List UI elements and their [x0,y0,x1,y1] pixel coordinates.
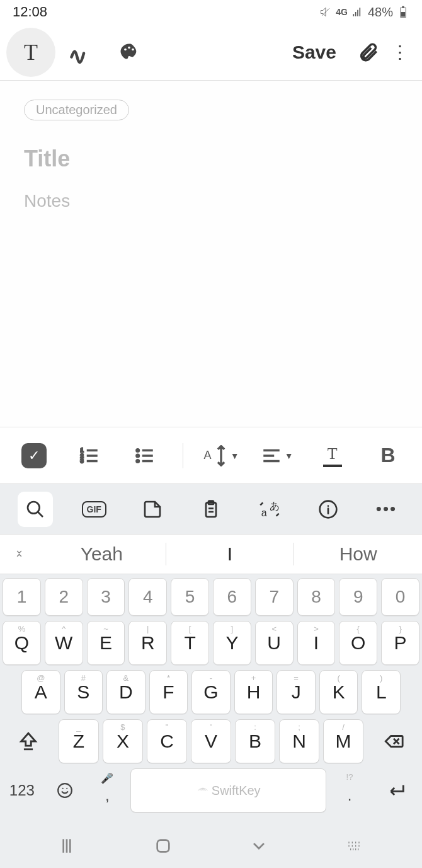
svg-rect-2 [402,6,404,8]
key-M[interactable]: /M [323,719,363,763]
key-P[interactable]: }P [381,621,419,665]
svg-point-4 [128,46,130,49]
key-A[interactable]: @A [21,670,60,714]
key-Y[interactable]: ]Y [213,621,251,665]
draw-mode-button[interactable] [55,28,105,77]
key-J[interactable]: =J [277,670,316,714]
keyboard-toolbar: GIF aあ ••• [0,483,422,534]
suggestion-2[interactable]: I [166,543,294,565]
category-chip[interactable]: Uncategorized [24,100,129,120]
key-9[interactable]: 9 [339,578,377,616]
palette-button[interactable] [105,28,154,77]
note-content: Uncategorized [0,81,422,427]
save-button[interactable]: Save [292,42,336,63]
svg-point-5 [132,48,134,50]
android-nav-bar [0,826,422,868]
top-toolbar: T Save ⋮ [0,24,422,81]
key-5[interactable]: 5 [171,578,209,616]
key-D[interactable]: &D [106,670,145,714]
align-button[interactable]: ▼ [259,438,295,473]
key-L[interactable]: )L [362,670,401,714]
key-Q[interactable]: %Q [3,621,41,665]
key-4[interactable]: 4 [128,578,167,616]
numbered-list-button[interactable]: 123 [72,438,107,473]
collapse-suggestions-button[interactable]: ⌄⌃ [0,543,38,565]
key-3[interactable]: 3 [87,578,125,616]
key-H[interactable]: +H [234,670,273,714]
key-E[interactable]: ~E [87,621,125,665]
notes-input[interactable] [24,191,398,211]
enter-key[interactable] [373,768,419,813]
comma-key[interactable]: 🎤 , [88,768,127,813]
svg-rect-1 [401,12,406,17]
text-color-button[interactable]: T [315,438,350,473]
svg-point-10 [137,454,139,456]
info-button[interactable] [311,492,346,527]
svg-point-3 [124,48,127,50]
period-key[interactable]: !? . [330,768,369,813]
svg-text:3: 3 [81,458,84,464]
suggestion-3[interactable]: How [294,543,422,565]
key-B[interactable]: :B [235,719,275,763]
emoji-key[interactable] [45,768,84,813]
bold-button[interactable]: B [370,438,406,473]
shift-key[interactable] [3,719,55,763]
svg-text:あ: あ [270,501,280,511]
space-key[interactable]: SwiftKey [130,768,326,813]
key-8[interactable]: 8 [297,578,336,616]
key-I[interactable]: >I [297,621,336,665]
back-button[interactable] [249,836,269,859]
more-button[interactable]: ⋮ [384,37,416,68]
key-G[interactable]: -G [191,670,231,714]
key-0[interactable]: 0 [381,578,419,616]
home-button[interactable] [153,836,173,859]
key-C[interactable]: "C [147,719,187,763]
key-W[interactable]: ^W [45,621,83,665]
attach-button[interactable] [353,37,384,68]
signal-icon [351,6,364,18]
text-mode-button[interactable]: T [6,28,55,77]
kb-more-button[interactable]: ••• [368,492,404,527]
key-7[interactable]: 7 [255,578,294,616]
symbols-key[interactable]: 123 [3,768,42,813]
separator [183,443,183,468]
suggestion-1[interactable]: Yeah [38,543,166,565]
kb-search-button[interactable] [18,492,53,527]
status-time: 12:08 [13,4,47,20]
translate-button[interactable]: aあ [252,492,287,527]
key-F[interactable]: *F [149,670,188,714]
keyboard-switch-button[interactable] [345,836,365,859]
key-Z[interactable]: _Z [59,719,99,763]
suggestion-row: ⌄⌃ Yeah I How [0,534,422,574]
key-2[interactable]: 2 [45,578,83,616]
key-U[interactable]: <U [255,621,294,665]
mute-icon [319,6,332,18]
font-size-button[interactable]: A ▼ [204,438,239,473]
svg-point-9 [137,449,139,451]
svg-rect-19 [157,840,169,852]
battery-pct: 48% [368,5,393,20]
recents-button[interactable] [57,836,77,859]
backspace-key[interactable] [367,719,419,763]
svg-point-11 [137,460,139,462]
sticker-button[interactable] [135,492,170,527]
key-V[interactable]: 'V [191,719,231,763]
key-R[interactable]: |R [128,621,167,665]
bullet-list-button[interactable] [127,438,163,473]
gif-button[interactable]: GIF [76,492,111,527]
key-N[interactable]: ;N [279,719,319,763]
battery-icon [397,6,409,18]
format-bar: ✓ 123 A ▼ ▼ T B [0,427,422,483]
key-S[interactable]: #S [64,670,103,714]
key-X[interactable]: $X [103,719,143,763]
checklist-button[interactable]: ✓ [16,438,52,473]
network-label: 4G [336,7,348,17]
key-T[interactable]: [T [171,621,209,665]
key-1[interactable]: 1 [3,578,41,616]
title-input[interactable] [24,146,398,172]
key-6[interactable]: 6 [213,578,251,616]
clipboard-button[interactable] [193,492,229,527]
svg-point-18 [58,784,72,797]
key-O[interactable]: {O [339,621,377,665]
key-K[interactable]: (K [319,670,358,714]
